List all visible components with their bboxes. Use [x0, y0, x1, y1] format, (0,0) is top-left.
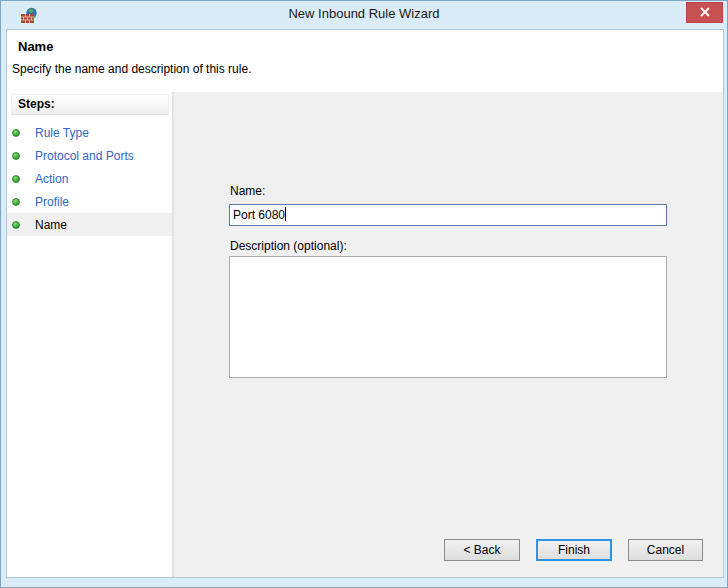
- name-input[interactable]: Port 6080: [229, 204, 667, 226]
- sidebar-item-name[interactable]: Name: [7, 213, 172, 236]
- green-dot-icon: [12, 221, 20, 229]
- back-button[interactable]: < Back: [444, 539, 520, 561]
- sidebar-item-action[interactable]: Action: [7, 167, 172, 190]
- steps-heading: Steps:: [11, 94, 169, 115]
- wizard-window: New Inbound Rule Wizard Name Specify the…: [0, 0, 728, 588]
- titlebar: New Inbound Rule Wizard: [1, 1, 727, 29]
- steps-sidebar: Steps: Rule Type Protocol and Ports Acti…: [7, 92, 172, 577]
- steps-list: Rule Type Protocol and Ports Action Prof…: [7, 121, 172, 236]
- close-icon: [700, 6, 710, 20]
- name-input-value: Port 6080: [233, 208, 285, 222]
- name-label: Name:: [230, 184, 265, 198]
- text-caret: [285, 207, 286, 221]
- green-dot-icon: [12, 129, 20, 137]
- sidebar-item-rule-type[interactable]: Rule Type: [7, 121, 172, 144]
- description-textarea[interactable]: [229, 256, 667, 378]
- green-dot-icon: [12, 152, 20, 160]
- client-area: Name Specify the name and description of…: [6, 29, 724, 578]
- page-title: Name: [18, 39, 53, 54]
- sidebar-item-protocol-and-ports[interactable]: Protocol and Ports: [7, 144, 172, 167]
- wizard-header: Name Specify the name and description of…: [7, 30, 723, 92]
- window-title: New Inbound Rule Wizard: [1, 1, 727, 29]
- description-label: Description (optional):: [230, 239, 347, 253]
- finish-button[interactable]: Finish: [536, 539, 612, 561]
- wizard-body: Steps: Rule Type Protocol and Ports Acti…: [7, 92, 723, 577]
- close-button[interactable]: [686, 2, 723, 23]
- sidebar-item-profile[interactable]: Profile: [7, 190, 172, 213]
- green-dot-icon: [12, 198, 20, 206]
- button-row: < Back Finish Cancel: [174, 539, 703, 561]
- page-subtitle: Specify the name and description of this…: [12, 62, 251, 76]
- cancel-button[interactable]: Cancel: [628, 539, 703, 561]
- green-dot-icon: [12, 175, 20, 183]
- main-panel: Name: Port 6080 Description (optional): …: [174, 92, 723, 577]
